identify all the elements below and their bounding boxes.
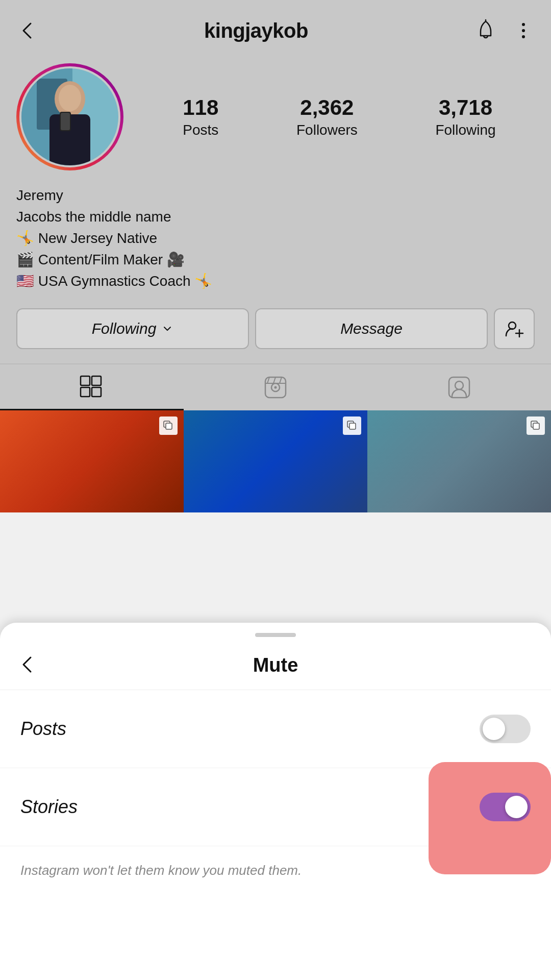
following-label: Following xyxy=(435,122,495,138)
svg-point-2 xyxy=(522,29,525,32)
svg-point-1 xyxy=(522,23,525,26)
sheet-header: Mute xyxy=(0,637,551,690)
top-nav: kingjaykob xyxy=(0,0,551,53)
tab-tagged[interactable] xyxy=(367,364,551,410)
svg-point-24 xyxy=(455,381,463,389)
multi-post-icon-2 xyxy=(343,416,361,435)
add-friend-button[interactable] xyxy=(494,308,535,349)
posts-stat[interactable]: 118 Posts xyxy=(183,95,218,138)
bio-line-1: Jeremy xyxy=(16,185,535,206)
stats-row: 118 Posts 2,362 Followers 3,718 Followin… xyxy=(144,95,535,138)
tabs-row xyxy=(0,363,551,410)
notifications-button[interactable] xyxy=(473,18,498,43)
svg-rect-11 xyxy=(61,113,70,130)
bio-section: Jeremy Jacobs the middle name 🤸 New Jers… xyxy=(0,183,551,302)
post-thumb-2[interactable] xyxy=(184,410,367,512)
following-stat[interactable]: 3,718 Following xyxy=(435,95,495,138)
message-button[interactable]: Message xyxy=(255,308,488,349)
followers-label: Followers xyxy=(296,122,358,138)
posts-mute-label: Posts xyxy=(20,718,66,740)
post-thumb-1[interactable] xyxy=(0,410,184,512)
posts-label: Posts xyxy=(183,122,218,138)
bio-line-3: 🤸 New Jersey Native xyxy=(16,228,535,249)
mute-bottom-sheet: Mute Posts Stories Instagram won't let t… xyxy=(0,623,551,980)
svg-rect-26 xyxy=(166,423,172,429)
nav-icons xyxy=(473,18,535,43)
svg-rect-17 xyxy=(81,387,90,397)
svg-rect-30 xyxy=(533,423,539,429)
posts-toggle[interactable] xyxy=(480,715,531,743)
followers-count: 2,362 xyxy=(300,95,354,120)
svg-rect-28 xyxy=(349,423,356,429)
mute-posts-row: Posts xyxy=(0,690,551,768)
stories-mute-label: Stories xyxy=(20,796,78,818)
multi-post-icon-3 xyxy=(527,416,545,435)
message-label: Message xyxy=(340,320,403,337)
svg-point-9 xyxy=(59,85,81,111)
svg-rect-15 xyxy=(81,376,90,385)
profile-section: kingjaykob xyxy=(0,0,551,512)
sheet-title: Mute xyxy=(253,654,298,676)
bio-line-4: 🎬 Content/Film Maker 🎥 xyxy=(16,249,535,271)
stories-toggle[interactable] xyxy=(480,793,531,821)
bio-line-5: 🇺🇸 USA Gymnastics Coach 🤸 xyxy=(16,271,535,292)
mute-notice-text: Instagram won't let them know you muted … xyxy=(20,863,302,878)
sheet-back-button[interactable] xyxy=(16,653,39,677)
svg-point-3 xyxy=(522,35,525,38)
posts-count: 118 xyxy=(183,95,218,120)
sheet-handle xyxy=(255,633,296,637)
mute-stories-row: Stories xyxy=(0,768,551,846)
action-buttons: Following Message xyxy=(0,302,551,363)
posts-toggle-knob xyxy=(483,718,505,740)
followers-stat[interactable]: 2,362 Followers xyxy=(296,95,358,138)
tab-grid[interactable] xyxy=(0,364,184,410)
following-count: 3,718 xyxy=(439,95,492,120)
multi-post-icon-1 xyxy=(159,416,178,435)
post-thumb-3[interactable] xyxy=(367,410,551,512)
following-label: Following xyxy=(92,320,157,337)
svg-rect-18 xyxy=(92,387,101,397)
avatar[interactable] xyxy=(16,63,123,170)
stories-toggle-knob xyxy=(505,796,528,818)
bio-line-2: Jacobs the middle name xyxy=(16,206,535,228)
tab-reels[interactable] xyxy=(184,364,367,410)
posts-preview xyxy=(0,410,551,512)
more-options-button[interactable] xyxy=(512,19,535,42)
svg-point-21 xyxy=(274,386,277,389)
username-label: kingjaykob xyxy=(204,19,308,42)
svg-rect-16 xyxy=(92,376,101,385)
following-button[interactable]: Following xyxy=(16,308,249,349)
profile-info-row: 118 Posts 2,362 Followers 3,718 Followin… xyxy=(0,53,551,183)
back-button[interactable] xyxy=(16,19,39,42)
